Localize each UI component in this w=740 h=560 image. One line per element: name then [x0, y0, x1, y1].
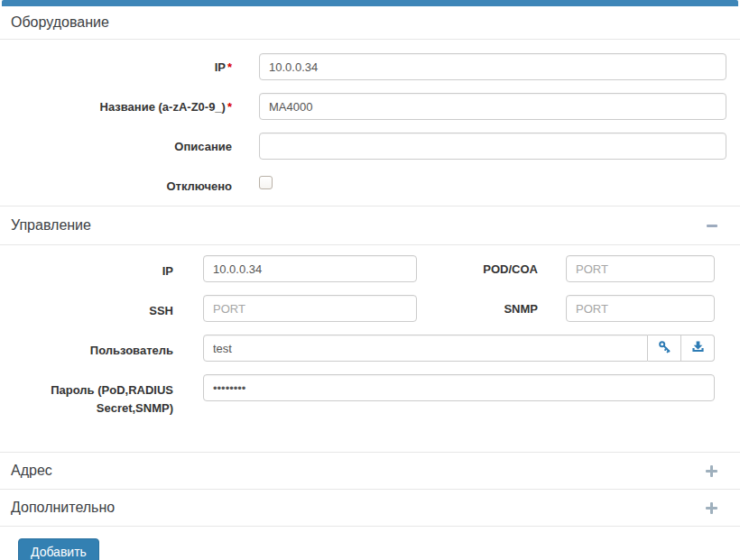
pod-coa-input[interactable]: [566, 255, 715, 282]
key-icon: [658, 340, 671, 356]
description-control: [245, 133, 726, 160]
snmp-input[interactable]: [566, 295, 715, 322]
download-button[interactable]: [681, 335, 715, 362]
equipment-form: IP* Название (a-zA-Z0-9_)* Описание Откл…: [0, 40, 740, 560]
name-input[interactable]: [259, 93, 726, 120]
ip-control: [245, 53, 726, 80]
description-input[interactable]: [259, 133, 726, 160]
user-input[interactable]: [203, 335, 648, 362]
download-icon: [691, 340, 705, 356]
section-additional-header[interactable]: Дополнительно: [0, 490, 740, 526]
form-actions: Добавить: [18, 538, 740, 560]
management-row-1: IP POD/COA: [0, 255, 740, 282]
form-row-name: Название (a-zA-Z0-9_)*: [0, 93, 740, 120]
password-label: Пароль (PoD,RADIUS Secret,SNMP): [0, 374, 187, 418]
pod-coa-control: [551, 255, 715, 282]
collapse-minus-icon[interactable]: [707, 225, 717, 227]
required-asterisk: *: [227, 60, 232, 74]
mgmt-ip-input[interactable]: [203, 255, 417, 282]
user-input-group: [203, 335, 715, 362]
snmp-control: [551, 295, 715, 322]
user-control: [187, 335, 715, 362]
password-control: [187, 374, 715, 418]
form-row-description: Описание: [0, 133, 740, 160]
name-label-text: Название (a-zA-Z0-9_): [100, 100, 226, 114]
ip-input[interactable]: [259, 53, 726, 80]
name-label: Название (a-zA-Z0-9_)*: [0, 93, 245, 120]
management-row-password: Пароль (PoD,RADIUS Secret,SNMP): [0, 374, 740, 418]
key-button[interactable]: [648, 335, 681, 362]
section-management-title: Управление: [11, 217, 91, 234]
form-row-disabled: Отключено: [0, 172, 740, 193]
pod-coa-label: POD/COA: [417, 255, 551, 282]
section-additional: Дополнительно: [0, 489, 740, 527]
expand-plus-icon[interactable]: [706, 502, 717, 514]
expand-plus-icon[interactable]: [706, 465, 717, 477]
section-management-header[interactable]: Управление: [0, 207, 740, 245]
mgmt-ip-label: IP: [0, 255, 187, 282]
snmp-label: SNMP: [417, 295, 551, 322]
ssh-input[interactable]: [203, 295, 417, 322]
form-row-ip: IP*: [0, 53, 740, 80]
disabled-label-text: Отключено: [166, 179, 232, 193]
management-row-user: Пользователь: [0, 335, 740, 362]
panel-accent-bar: [2, 0, 738, 6]
required-asterisk: *: [227, 100, 232, 114]
equipment-panel: Оборудование IP* Название (a-zA-Z0-9_)* …: [0, 0, 740, 560]
name-control: [245, 93, 726, 120]
ssh-control: [187, 295, 417, 322]
section-management: Управление IP POD/COA SSH: [0, 206, 740, 452]
page-title: Оборудование: [0, 6, 740, 40]
disabled-checkbox[interactable]: [259, 176, 273, 189]
section-address-header[interactable]: Адрес: [0, 453, 740, 489]
ip-label: IP*: [0, 53, 245, 80]
ip-label-text: IP: [215, 60, 226, 74]
user-label: Пользователь: [0, 335, 187, 362]
section-additional-title: Дополнительно: [11, 500, 115, 516]
password-input[interactable]: [203, 374, 715, 401]
ssh-label: SSH: [0, 295, 187, 322]
section-address-title: Адрес: [11, 463, 52, 479]
section-management-body: IP POD/COA SSH SNMP: [0, 245, 740, 452]
add-button[interactable]: Добавить: [18, 538, 99, 560]
mgmt-ip-control: [187, 255, 417, 282]
disabled-label: Отключено: [0, 172, 245, 193]
description-label-text: Описание: [174, 140, 232, 153]
disabled-control: [245, 172, 726, 193]
management-row-2: SSH SNMP: [0, 295, 740, 322]
description-label: Описание: [0, 133, 245, 160]
section-address: Адрес: [0, 452, 740, 489]
